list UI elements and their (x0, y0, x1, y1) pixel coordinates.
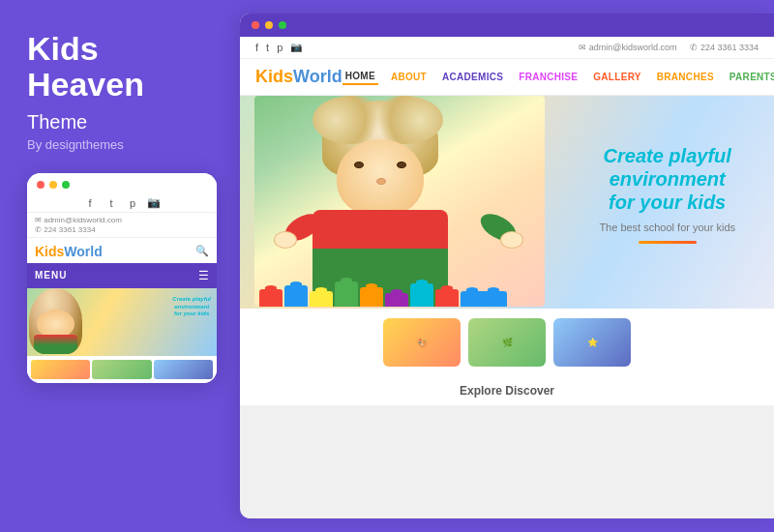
lego-yellow (310, 291, 333, 307)
hero-child-photo (254, 96, 545, 307)
desktop-twitter-icon: t (266, 42, 269, 53)
mobile-hero-text: Create playfulenvironmentfor your kids (172, 296, 211, 318)
desktop-thumb-2[interactable]: 🌿 (468, 318, 546, 367)
mobile-email: ✉ admin@kidsworld.com (35, 216, 209, 224)
hero-tagline-line2: environment (610, 168, 726, 190)
lego-orange (360, 287, 383, 307)
mobile-logo-world: World (64, 244, 102, 259)
lego-blue-wide (461, 291, 507, 307)
mobile-topbar (27, 173, 217, 192)
pinterest-icon: p (126, 196, 139, 210)
nav-about[interactable]: ABOUT (388, 70, 430, 84)
hero-subtitle: The best school for your kids (599, 222, 735, 233)
mobile-menu-label[interactable]: MENU (35, 270, 67, 281)
desktop-dot-yellow (265, 21, 273, 29)
dot-green (62, 181, 70, 189)
child-hand-left (274, 231, 297, 249)
desktop-thumbnails: 🎨 🌿 ⭐ (240, 309, 774, 376)
thumb1-content: 🎨 (383, 318, 461, 367)
lego-purple (385, 293, 408, 307)
desktop-hero: Create playful environment for your kids… (240, 96, 774, 309)
thumb2-content: 🌿 (468, 318, 546, 367)
nav-links: HOME ABOUT ACADEMICS FRANCHISE GALLERY B… (342, 69, 774, 85)
nav-branches[interactable]: BRANCHES (654, 70, 717, 84)
mobile-social-bar: f t p 📷 (27, 192, 217, 213)
desktop-nav: KidsWorld HOME ABOUT ACADEMICS FRANCHISE… (240, 59, 774, 96)
desktop-phone: ✆ 224 3361 3334 (690, 43, 759, 52)
hero-tagline-line1: Create playful (604, 145, 731, 166)
mobile-preview-card: f t p 📷 ✉ admin@kidsworld.com ✆ 224 3361… (27, 173, 217, 383)
nav-parents[interactable]: PARENTS (727, 70, 774, 84)
hero-text-overlay: Create playful environment for your kids… (599, 144, 735, 244)
child-eye-right (397, 162, 406, 168)
theme-title: KidsHeaven (27, 31, 213, 103)
mobile-thumbnails (27, 356, 217, 383)
mobile-hero-image: Create playfulenvironmentfor your kids (27, 288, 217, 356)
thumb3-content: ⭐ (553, 318, 631, 367)
mobile-logo-kids: Kids (35, 244, 64, 259)
child-hair-curl-right (366, 96, 443, 144)
desktop-bottom-text: Explore Discover (240, 376, 774, 405)
desktop-social-icons: f t p 📷 (255, 42, 302, 53)
desktop-thumb-1[interactable]: 🎨 (383, 318, 461, 367)
mobile-thumb-3 (154, 360, 213, 379)
left-panel: KidsHeaven Theme By designthemes f t p 📷… (0, 0, 240, 532)
desktop-logo-world: World (293, 67, 342, 86)
desktop-dot-green (279, 21, 286, 29)
twitter-icon: t (104, 196, 118, 210)
desktop-pinterest-icon: p (277, 42, 283, 53)
desktop-thumb-3[interactable]: ⭐ (553, 318, 631, 367)
desktop-preview: f t p 📷 ✉ admin@kidsworld.com ✆ 224 3361… (240, 14, 774, 518)
desktop-logo-kids: Kids (255, 67, 293, 86)
desktop-social-bar: f t p 📷 ✉ admin@kidsworld.com ✆ 224 3361… (240, 37, 774, 59)
desktop-logo: KidsWorld (255, 67, 342, 87)
desktop-facebook-icon: f (255, 42, 258, 53)
mobile-logo: KidsWorld (35, 244, 103, 259)
desktop-email: ✉ admin@kidsworld.com (579, 43, 676, 52)
hero-tagline: Create playful environment for your kids (599, 144, 735, 214)
lego-blue (284, 285, 308, 307)
desktop-contact: ✉ admin@kidsworld.com ✆ 224 3361 3334 (579, 43, 759, 52)
mobile-thumb-1 (31, 360, 90, 379)
mobile-contact-bar: ✉ admin@kidsworld.com ✆ 224 3361 3334 (27, 213, 217, 238)
mobile-logo-bar: KidsWorld 🔍 (27, 238, 217, 263)
child-hand-right (500, 231, 523, 249)
lego-green (335, 281, 358, 307)
hero-cta-line (639, 241, 697, 244)
nav-academics[interactable]: ACADEMICS (439, 70, 506, 84)
theme-subtitle: Theme (27, 111, 213, 133)
nav-franchise[interactable]: FRANCHISE (516, 70, 580, 84)
hamburger-icon[interactable]: ☰ (198, 269, 209, 282)
mobile-phone: ✆ 224 3361 3334 (35, 225, 209, 234)
desktop-topbar (240, 14, 774, 37)
mobile-hero-child-hair (29, 288, 82, 354)
lego-blocks-area (254, 251, 545, 307)
lego-red (259, 289, 283, 307)
mobile-thumb-2 (92, 360, 151, 379)
dot-yellow (49, 181, 57, 189)
child-nose (376, 178, 386, 185)
explore-text: Explore Discover (460, 384, 554, 398)
mobile-hero: Create playfulenvironmentfor your kids (27, 288, 217, 356)
nav-gallery[interactable]: GALLERY (590, 70, 644, 84)
hero-tagline-line3: for your kids (609, 192, 726, 213)
desktop-dot-red (252, 21, 259, 29)
mobile-menu-bar: MENU ☰ (27, 263, 217, 288)
desktop-instagram-icon: 📷 (290, 42, 302, 53)
lego-red2 (435, 289, 459, 307)
mobile-hero-child-body (34, 335, 77, 354)
instagram-icon: 📷 (147, 196, 161, 210)
dot-red (37, 181, 45, 189)
lego-cyan (410, 283, 433, 307)
facebook-icon: f (83, 196, 97, 210)
mobile-search-icon[interactable]: 🔍 (195, 245, 209, 257)
nav-home[interactable]: HOME (342, 69, 378, 85)
theme-by: By designthemes (27, 137, 213, 152)
child-eye-left (354, 162, 364, 168)
